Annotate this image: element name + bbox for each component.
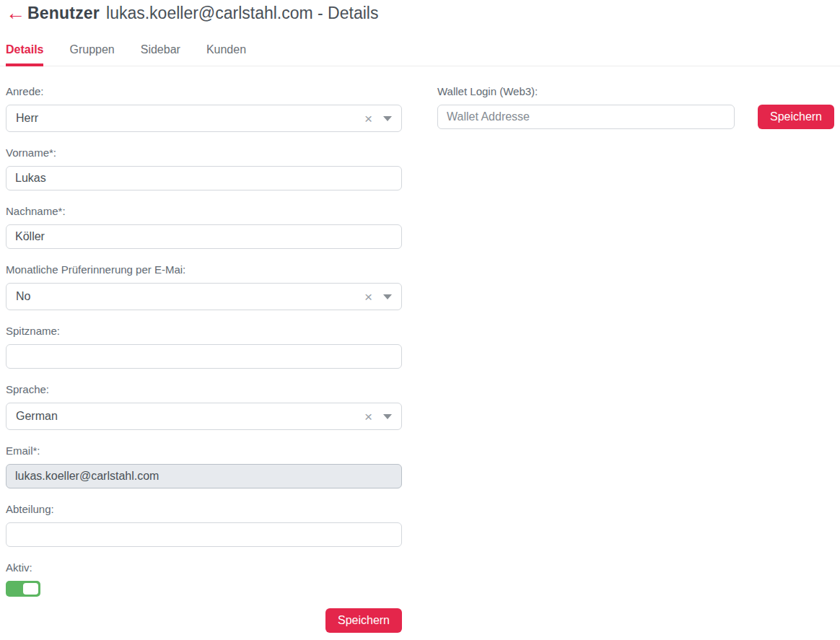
anrede-selected-value: Herr bbox=[16, 112, 364, 125]
field-aktiv: Aktiv: bbox=[6, 561, 402, 597]
anrede-label: Anrede: bbox=[6, 85, 402, 97]
wallet-section: Wallet Login (Web3): Speichern bbox=[437, 85, 834, 129]
nachname-input[interactable] bbox=[6, 224, 402, 249]
spitzname-input[interactable] bbox=[6, 344, 402, 369]
nachname-label: Nachname*: bbox=[6, 205, 402, 217]
details-content: Anrede: Herr × Vorname*: Nachname*: Mona… bbox=[0, 85, 840, 633]
tab-bar: Details Gruppen Sidebar Kunden bbox=[0, 39, 840, 66]
sprache-selected-value: German bbox=[16, 410, 364, 423]
field-vorname: Vorname*: bbox=[6, 146, 402, 190]
wallet-address-input[interactable] bbox=[437, 105, 735, 129]
tab-details[interactable]: Details bbox=[6, 39, 43, 66]
page-title: Benutzer bbox=[27, 4, 100, 23]
tab-kunden[interactable]: Kunden bbox=[206, 39, 246, 66]
email-input bbox=[6, 464, 402, 488]
wallet-label: Wallet Login (Web3): bbox=[437, 85, 834, 97]
field-nachname: Nachname*: bbox=[6, 205, 402, 249]
pruferinnerung-selected-value: No bbox=[16, 290, 364, 303]
clear-icon[interactable]: × bbox=[364, 410, 372, 424]
sprache-label: Sprache: bbox=[6, 383, 402, 395]
field-pruferinnerung: Monatliche Prüferinnerung per E-Mai: No … bbox=[6, 263, 402, 310]
field-abteilung: Abteilung: bbox=[6, 503, 402, 547]
clear-icon[interactable]: × bbox=[364, 112, 372, 126]
aktiv-toggle[interactable] bbox=[6, 581, 40, 597]
abteilung-label: Abteilung: bbox=[6, 503, 402, 515]
email-label: Email*: bbox=[6, 444, 402, 457]
field-spitzname: Spitzname: bbox=[6, 325, 402, 369]
form-actions: Speichern bbox=[6, 608, 402, 633]
caret-down-icon[interactable] bbox=[383, 116, 392, 121]
wallet-row: Speichern bbox=[437, 105, 834, 129]
anrede-select[interactable]: Herr × bbox=[6, 105, 402, 132]
page-header: ← Benutzer lukas.koeller@carlstahl.com -… bbox=[0, 0, 840, 23]
caret-down-icon[interactable] bbox=[383, 294, 392, 299]
pruferinnerung-label: Monatliche Prüferinnerung per E-Mai: bbox=[6, 263, 402, 276]
back-arrow-icon[interactable]: ← bbox=[6, 4, 25, 23]
user-details-form: Anrede: Herr × Vorname*: Nachname*: Mona… bbox=[6, 85, 402, 633]
vorname-input[interactable] bbox=[6, 166, 402, 190]
aktiv-label: Aktiv: bbox=[6, 561, 402, 574]
vorname-label: Vorname*: bbox=[6, 146, 402, 159]
tab-sidebar[interactable]: Sidebar bbox=[141, 39, 180, 66]
caret-down-icon[interactable] bbox=[383, 414, 392, 419]
wallet-save-button[interactable]: Speichern bbox=[758, 105, 834, 129]
tab-gruppen[interactable]: Gruppen bbox=[69, 39, 114, 66]
field-email: Email*: bbox=[6, 444, 402, 488]
sprache-select[interactable]: German × bbox=[6, 403, 402, 430]
field-anrede: Anrede: Herr × bbox=[6, 85, 402, 132]
save-button[interactable]: Speichern bbox=[325, 608, 402, 633]
clear-icon[interactable]: × bbox=[364, 290, 372, 304]
toggle-knob bbox=[23, 583, 38, 595]
spitzname-label: Spitzname: bbox=[6, 325, 402, 337]
field-sprache: Sprache: German × bbox=[6, 383, 402, 430]
abteilung-input[interactable] bbox=[6, 522, 402, 547]
pruferinnerung-select[interactable]: No × bbox=[6, 283, 402, 310]
page-subtitle: lukas.koeller@carlstahl.com - Details bbox=[106, 4, 378, 23]
